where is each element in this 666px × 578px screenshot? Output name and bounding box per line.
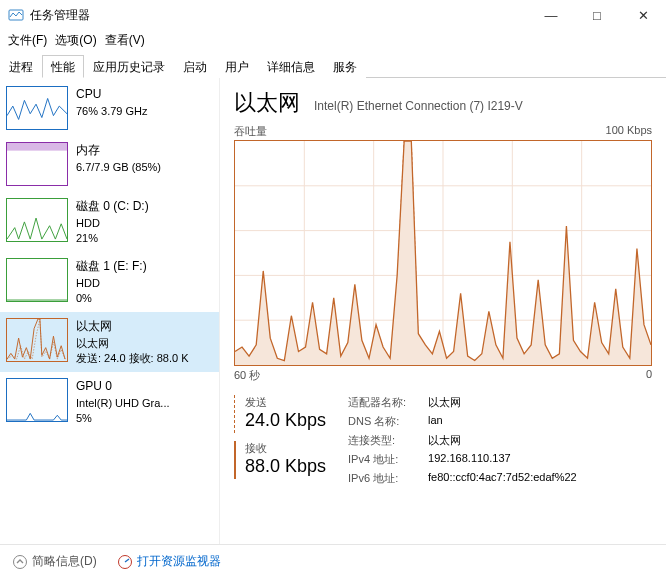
open-resource-monitor-link[interactable]: 打开资源监视器 xyxy=(137,553,221,570)
sidebar-item-disk0[interactable]: 磁盘 0 (C: D:) HDD 21% xyxy=(0,192,219,252)
sidebar-disk1-usage: 0% xyxy=(76,291,147,306)
main-panel: 以太网 Intel(R) Ethernet Connection (7) I21… xyxy=(220,78,666,544)
minimize-button[interactable]: — xyxy=(528,0,574,30)
page-title: 以太网 xyxy=(234,88,300,118)
window-title: 任务管理器 xyxy=(30,7,528,24)
maximize-button[interactable]: □ xyxy=(574,0,620,30)
tab-startup[interactable]: 启动 xyxy=(174,55,216,78)
sidebar-gpu-model: Intel(R) UHD Gra... xyxy=(76,396,170,411)
footer-bar: 简略信息(D) 打开资源监视器 xyxy=(0,544,666,578)
chart-axis-right: 0 xyxy=(646,368,652,383)
ipv4-key: IPv4 地址: xyxy=(348,452,428,467)
sidebar-disk0-type: HDD xyxy=(76,216,149,231)
tab-app-history[interactable]: 应用历史记录 xyxy=(84,55,174,78)
dns-name-key: DNS 名称: xyxy=(348,414,428,429)
menu-file[interactable]: 文件(F) xyxy=(4,30,51,50)
sidebar-item-ethernet[interactable]: 以太网 以太网 发送: 24.0 接收: 88.0 K xyxy=(0,312,219,372)
sidebar-item-cpu[interactable]: CPU 76% 3.79 GHz xyxy=(0,80,219,136)
connection-type-value: 以太网 xyxy=(428,433,461,448)
sidebar-cpu-name: CPU xyxy=(76,86,148,102)
chevron-up-icon[interactable] xyxy=(12,554,28,570)
performance-sidebar: CPU 76% 3.79 GHz 内存 6.7/7.9 GB (85%) 磁盘 … xyxy=(0,78,220,544)
send-legend-bar xyxy=(234,395,237,433)
receive-legend-bar xyxy=(234,441,237,479)
sidebar-item-gpu[interactable]: GPU 0 Intel(R) UHD Gra... 5% xyxy=(0,372,219,432)
sidebar-ethernet-name: 以太网 xyxy=(76,318,189,334)
sidebar-gpu-name: GPU 0 xyxy=(76,378,170,394)
sidebar-ethernet-throughput: 发送: 24.0 接收: 88.0 K xyxy=(76,351,189,366)
tab-services[interactable]: 服务 xyxy=(324,55,366,78)
throughput-chart xyxy=(234,140,652,366)
tab-performance[interactable]: 性能 xyxy=(42,55,84,78)
sidebar-memory-name: 内存 xyxy=(76,142,161,158)
adapter-name-value: 以太网 xyxy=(428,395,461,410)
sidebar-item-disk1[interactable]: 磁盘 1 (E: F:) HDD 0% xyxy=(0,252,219,312)
receive-label: 接收 xyxy=(245,441,326,456)
ipv6-value: fe80::ccf0:4ac7:7d52:edaf%22 xyxy=(428,471,577,486)
send-label: 发送 xyxy=(245,395,326,410)
sidebar-item-memory[interactable]: 内存 6.7/7.9 GB (85%) xyxy=(0,136,219,192)
svg-point-11 xyxy=(14,555,27,568)
content-area: CPU 76% 3.79 GHz 内存 6.7/7.9 GB (85%) 磁盘 … xyxy=(0,78,666,544)
app-icon xyxy=(8,7,24,23)
ipv4-value: 192.168.110.137 xyxy=(428,452,511,467)
chart-label-throughput: 吞吐量 xyxy=(234,124,267,139)
title-bar: 任务管理器 — □ ✕ xyxy=(0,0,666,30)
sidebar-disk1-type: HDD xyxy=(76,276,147,291)
tab-users[interactable]: 用户 xyxy=(216,55,258,78)
menu-bar: 文件(F) 选项(O) 查看(V) xyxy=(0,30,666,50)
sidebar-ethernet-type: 以太网 xyxy=(76,336,189,351)
sidebar-disk0-usage: 21% xyxy=(76,231,149,246)
svg-rect-1 xyxy=(7,143,67,151)
dns-name-value: lan xyxy=(428,414,443,429)
chart-axis-left: 60 秒 xyxy=(234,368,260,383)
sidebar-cpu-usage: 76% 3.79 GHz xyxy=(76,104,148,119)
sidebar-gpu-usage: 5% xyxy=(76,411,170,426)
tab-details[interactable]: 详细信息 xyxy=(258,55,324,78)
close-button[interactable]: ✕ xyxy=(620,0,666,30)
adapter-name-key: 适配器名称: xyxy=(348,395,428,410)
send-value: 24.0 Kbps xyxy=(245,410,326,431)
svg-line-13 xyxy=(125,559,129,562)
sidebar-disk0-name: 磁盘 0 (C: D:) xyxy=(76,198,149,214)
chart-label-scale: 100 Kbps xyxy=(606,124,652,139)
receive-value: 88.0 Kbps xyxy=(245,456,326,477)
sidebar-disk1-name: 磁盘 1 (E: F:) xyxy=(76,258,147,274)
connection-type-key: 连接类型: xyxy=(348,433,428,448)
menu-view[interactable]: 查看(V) xyxy=(101,30,149,50)
tab-bar: 进程 性能 应用历史记录 启动 用户 详细信息 服务 xyxy=(0,54,666,78)
adapter-model: Intel(R) Ethernet Connection (7) I219-V xyxy=(314,99,523,113)
connection-details: 适配器名称:以太网 DNS 名称:lan 连接类型:以太网 IPv4 地址:19… xyxy=(348,395,577,490)
ipv6-key: IPv6 地址: xyxy=(348,471,428,486)
resource-monitor-icon[interactable] xyxy=(117,554,133,570)
tab-processes[interactable]: 进程 xyxy=(0,55,42,78)
menu-options[interactable]: 选项(O) xyxy=(51,30,100,50)
throughput-stats: 发送 24.0 Kbps 接收 88.0 Kbps xyxy=(234,395,326,490)
brief-info-link[interactable]: 简略信息(D) xyxy=(32,553,97,570)
sidebar-memory-usage: 6.7/7.9 GB (85%) xyxy=(76,160,161,175)
